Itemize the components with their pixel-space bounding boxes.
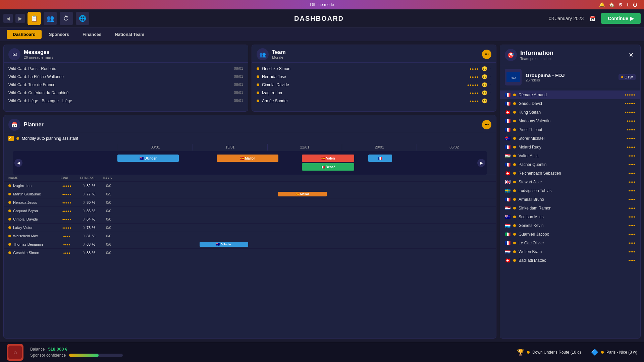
nav-forward-button[interactable]: ▶: [15, 14, 25, 23]
rider-dot: [8, 226, 11, 229]
col-name-header: NAME: [8, 176, 55, 180]
flag-icon: 🇨🇭: [505, 110, 511, 115]
riders-list: 🇫🇷 Démare Arnaud ●●●●●● 🇫🇷 Gaudu David ●…: [500, 89, 640, 338]
rider-dot: [8, 201, 11, 204]
top-bar-icons: 🔔 🏠 ⚙ ℹ ⏻: [599, 2, 637, 7]
rider-status-dot: [513, 111, 516, 114]
left-column: ✉ Messages 26 unread e-mails Wild Card: …: [3, 45, 496, 339]
bell-icon[interactable]: 🔔: [599, 2, 605, 7]
rider-status-dot: [513, 207, 516, 209]
list-item[interactable]: Wild Card: Paris - Roubaix 08/01: [4, 65, 248, 73]
rider-row[interactable]: 🇳🇱 Sinkeldam Ramon ●●●●: [500, 204, 640, 213]
information-icon: 🎯: [505, 49, 517, 61]
list-item[interactable]: Wild Card: La Flèche Wallonne 08/01: [4, 73, 248, 81]
rider-row[interactable]: 🇳🇱 Welten Bram ●●●●: [500, 247, 640, 256]
sponsor-row: Sponsor confidence: [30, 353, 123, 358]
information-title: Information: [520, 50, 553, 57]
rider-rating: ●●●●: [628, 198, 636, 201]
col-days-header: DAYS: [99, 176, 116, 180]
rider-status-dot: [513, 216, 516, 218]
auto-planning-checkbox[interactable]: ✓: [8, 136, 14, 141]
planner-menu-button[interactable]: •••: [482, 120, 491, 129]
rider-row[interactable]: 🇫🇷 Le Gac Olivier ●●●●: [500, 239, 640, 247]
flag-icon: 🇳🇱: [505, 249, 511, 254]
globe-icon-button[interactable]: 🌐: [76, 12, 89, 25]
current-date: 08 January 2023: [549, 16, 584, 21]
rider-schedule: 🇦🇺 DUnder: [117, 241, 491, 247]
flag-icon: 🇫🇷: [505, 101, 511, 106]
list-item[interactable]: Wild Card: Critérium du Dauphiné 08/01: [4, 89, 248, 97]
rider-status-dot: [513, 242, 516, 244]
rider-rating: ●●●●: [628, 241, 636, 245]
ctw-dot: [621, 76, 623, 78]
rider-row[interactable]: 🇱🇺 Geniets Kevin ●●●●: [500, 221, 640, 230]
schedule-block: 🇪🇸 Mallor: [278, 192, 327, 196]
rider-status-dot: [513, 172, 516, 175]
auto-planning-label: Monthly auto planning assistant: [22, 136, 78, 141]
rider-row[interactable]: 🇨🇭 Küng Stefan ●●●●●●: [500, 108, 640, 117]
rider-row[interactable]: 🇫🇷 Pinot Thibaut ●●●●●: [500, 125, 640, 134]
dashboard-icon-button[interactable]: 📋: [28, 12, 41, 25]
rider-row[interactable]: 🇫🇷 Démare Arnaud ●●●●●●: [500, 90, 640, 99]
rider-rating: ●●●●: [628, 206, 636, 210]
list-item[interactable]: Wild Card: Liège - Bastogne - Liège 08/0…: [4, 97, 248, 105]
messages-panel: ✉ Messages 26 unread e-mails Wild Card: …: [3, 45, 248, 112]
rider-schedule: [117, 233, 491, 239]
flag-icon: 🇦🇺: [505, 136, 511, 141]
rider-rating: ●●●●●: [627, 119, 636, 123]
info-icon[interactable]: ℹ: [627, 2, 629, 7]
clock-icon-button[interactable]: ⏱: [60, 12, 73, 25]
team-icon-button[interactable]: 👥: [44, 12, 57, 25]
rider-schedule: [117, 183, 491, 189]
rider-row[interactable]: 🇨🇭 Reichenbach Sébastien ●●●●: [500, 169, 640, 178]
planner-row: Geschke Simon ●●●● ☽88% 0/0: [4, 248, 496, 257]
nav-back-button[interactable]: ◀: [3, 14, 13, 23]
rider-status-dot: [513, 181, 516, 183]
rider-rating: ●●●●: [628, 215, 636, 219]
rider-row[interactable]: 🇫🇷 Madouas Valentin ●●●●●: [500, 117, 640, 125]
flag-icon: 🇱🇺: [505, 223, 511, 228]
rider-row[interactable]: 🇫🇷 Pacher Quentin ●●●●: [500, 160, 640, 169]
team-icon: 👥: [257, 48, 269, 60]
date-label-3: 22/01: [267, 144, 342, 150]
messages-title: Messages: [24, 49, 53, 55]
tab-finances[interactable]: Finances: [76, 30, 107, 39]
calendar-icon[interactable]: 📅: [589, 15, 596, 22]
rider-row[interactable]: 🇭🇺 Valter Attila ●●●●: [500, 152, 640, 160]
rider-row[interactable]: 🇨🇭 Badilatti Matteo ●●●●: [500, 256, 640, 265]
power-icon[interactable]: ⏻: [633, 2, 637, 7]
information-header: 🎯 Information Team presentation ✕: [500, 45, 640, 65]
gear-icon[interactable]: ⚙: [619, 2, 623, 7]
rider-row[interactable]: 🇮🇹 Guarnieri Jacopo ●●●●: [500, 230, 640, 239]
timeline-next-button[interactable]: ▶: [477, 159, 485, 167]
tab-sponsors[interactable]: Sponsors: [43, 30, 75, 39]
flag-icon: 🇫🇷: [505, 144, 511, 150]
rider-row[interactable]: 🇫🇷 Gaudu David ●●●●●●: [500, 99, 640, 108]
planner-row: Lafay Victor ●●●●● ☽73% 0/0: [4, 223, 496, 232]
planner-row: Thomas Benjamin ●●●● ☽63% 0/6 🇦🇺 DUnder: [4, 240, 496, 248]
home-icon[interactable]: 🏠: [609, 2, 614, 7]
rider-status-dot: [513, 198, 516, 201]
flag-icon: 🇬🇧: [505, 179, 511, 185]
rider-status-dot: [513, 128, 516, 131]
rider-dot: [8, 251, 11, 254]
rider-row[interactable]: 🇦🇺 Scotson Miles ●●●●: [500, 213, 640, 221]
top-bar: Off-line mode 🔔 🏠 ⚙ ℹ ⏻: [0, 0, 644, 9]
continue-button[interactable]: Continue ▶: [601, 13, 641, 24]
flag-icon: 🇫🇷: [505, 197, 511, 202]
timeline-prev-button[interactable]: ◀: [14, 159, 22, 167]
tab-dashboard[interactable]: Dashboard: [7, 30, 42, 39]
rider-row[interactable]: 🇦🇺 Storer Michael ●●●●●: [500, 134, 640, 143]
rider-rating: ●●●●●●: [625, 102, 636, 105]
tab-national-team[interactable]: National Team: [109, 30, 150, 39]
rider-row[interactable]: 🇬🇧 Stewart Jake ●●●●: [500, 178, 640, 186]
list-item: Cimolai Davide ●●●●● 😊 -: [252, 81, 496, 89]
rider-row[interactable]: 🇸🇪 Ludvigsson Tobias ●●●●: [500, 186, 640, 195]
list-item[interactable]: Wild Card: Tour de France 08/01: [4, 81, 248, 89]
close-button[interactable]: ✕: [626, 50, 636, 60]
team-header: 👥 Team Morale •••: [252, 45, 496, 63]
team-menu-button[interactable]: •••: [482, 50, 491, 59]
rider-row[interactable]: 🇫🇷 Armirail Bruno ●●●●: [500, 195, 640, 204]
rider-row[interactable]: 🇫🇷 Molard Rudy ●●●●●: [500, 143, 640, 152]
team-logo-bottom: ⬡: [7, 344, 23, 361]
